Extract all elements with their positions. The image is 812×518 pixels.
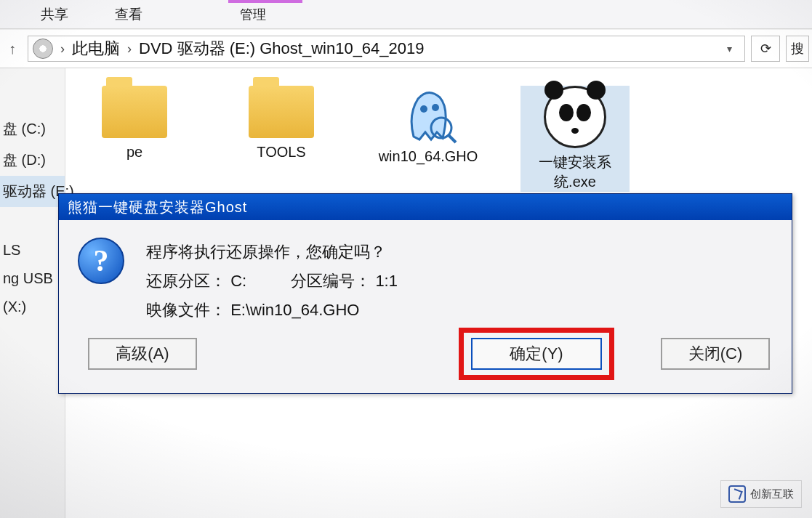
file-label: win10_64.GHO [374, 148, 483, 165]
file-label: TOOLS [227, 144, 336, 161]
file-item-gho[interactable]: win10_64.GHO [374, 86, 483, 165]
folder-icon [249, 86, 314, 138]
chevron-right-icon: › [60, 41, 65, 57]
watermark-logo-icon [728, 485, 746, 503]
nav-sidebar: 盘 (C:) 盘 (D:) 驱动器 (E:) LS ng USB (X:) [0, 68, 65, 518]
disc-icon [33, 39, 53, 59]
ok-button[interactable]: 确定(Y) [471, 338, 602, 370]
dialog-title: 熊猫一键硬盘安装器Ghost [59, 194, 792, 220]
sidebar-item-ls[interactable]: LS [0, 236, 65, 264]
sidebar-item-e[interactable]: 驱动器 (E:) [0, 176, 65, 207]
panda-icon [544, 86, 606, 148]
watermark: 创新互联 [720, 480, 802, 508]
close-button[interactable]: 关闭(C) [661, 338, 770, 370]
chevron-right-icon: › [127, 41, 132, 57]
breadcrumb[interactable]: › 此电脑 › DVD 驱动器 (E:) Ghost_win10_64_2019… [28, 36, 745, 62]
sidebar-item-c[interactable]: 盘 (C:) [0, 113, 65, 145]
ribbon-tabs: 共享 查看 管理 [0, 0, 812, 29]
breadcrumb-path[interactable]: DVD 驱动器 (E:) Ghost_win10_64_2019 [139, 38, 425, 60]
svg-point-0 [420, 105, 427, 113]
chevron-down-icon[interactable]: ▾ [718, 43, 740, 54]
dialog-text: 程序将执行还原操作，您确定吗？ 还原分区： C: 分区编号： 1:1 映像文件：… [146, 238, 398, 325]
dialog-line2: 还原分区： C: 分区编号： 1:1 [146, 267, 398, 296]
ghost-icon [399, 86, 457, 144]
sidebar-item-d[interactable]: 盘 (D:) [0, 145, 65, 176]
breadcrumb-root[interactable]: 此电脑 [72, 38, 120, 60]
nav-up-icon[interactable]: ↑ [3, 39, 22, 58]
dialog-buttons: 高级(A) 确定(Y) 关闭(C) [59, 338, 792, 379]
search-input[interactable]: 搜 [786, 36, 809, 62]
file-label: pe [80, 144, 189, 161]
file-item-tools[interactable]: TOOLS [227, 86, 336, 161]
dialog-body: ? 程序将执行还原操作，您确定吗？ 还原分区： C: 分区编号： 1:1 映像文… [59, 220, 792, 332]
address-row: ↑ › 此电脑 › DVD 驱动器 (E:) Ghost_win10_64_20… [0, 29, 812, 68]
sidebar-item-x[interactable]: (X:) [0, 293, 65, 321]
watermark-text: 创新互联 [750, 487, 794, 501]
svg-line-3 [449, 135, 456, 142]
ok-highlight: 确定(Y) [459, 328, 614, 380]
ribbon-tab-manage[interactable]: 管理 [240, 0, 266, 23]
folder-icon [102, 86, 167, 138]
dialog-line3: 映像文件： E:\win10_64.GHO [146, 296, 398, 325]
file-label: 一键安装系统.exe [520, 153, 630, 192]
file-item-pe[interactable]: pe [80, 86, 189, 161]
dialog-line1: 程序将执行还原操作，您确定吗？ [146, 238, 398, 267]
file-item-installer[interactable]: 一键安装系统.exe [520, 86, 630, 192]
ribbon-tab-view[interactable]: 查看 [112, 1, 145, 28]
advanced-button[interactable]: 高级(A) [88, 338, 197, 370]
svg-point-1 [432, 104, 439, 111]
sidebar-item-usb[interactable]: ng USB [0, 264, 65, 293]
confirm-dialog: 熊猫一键硬盘安装器Ghost ? 程序将执行还原操作，您确定吗？ 还原分区： C… [58, 193, 792, 394]
refresh-button[interactable]: ⟳ [751, 36, 780, 62]
sidebar-spacer [0, 207, 65, 236]
question-icon: ? [78, 238, 124, 284]
ribbon-tab-share[interactable]: 共享 [38, 1, 71, 28]
